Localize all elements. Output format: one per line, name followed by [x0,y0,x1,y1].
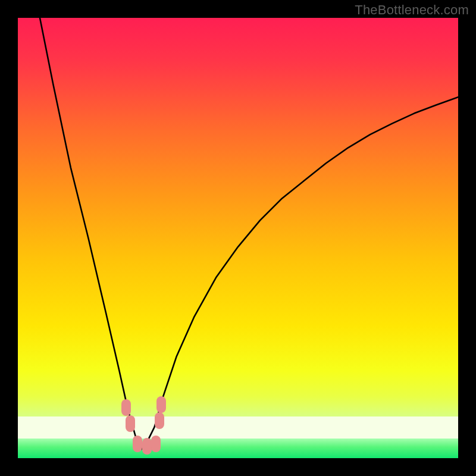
marker-layer [18,18,458,458]
highlight-marker [156,396,166,413]
highlight-marker [151,436,161,452]
highlight-marker [126,415,135,432]
watermark-text: TheBottleneck.com [355,2,469,18]
highlight-marker [155,412,164,429]
plot-area [18,18,458,458]
highlight-marker [133,436,142,452]
highlight-marker [142,438,152,455]
chart-frame: TheBottleneck.com [0,0,476,476]
highlight-marker [121,399,131,416]
